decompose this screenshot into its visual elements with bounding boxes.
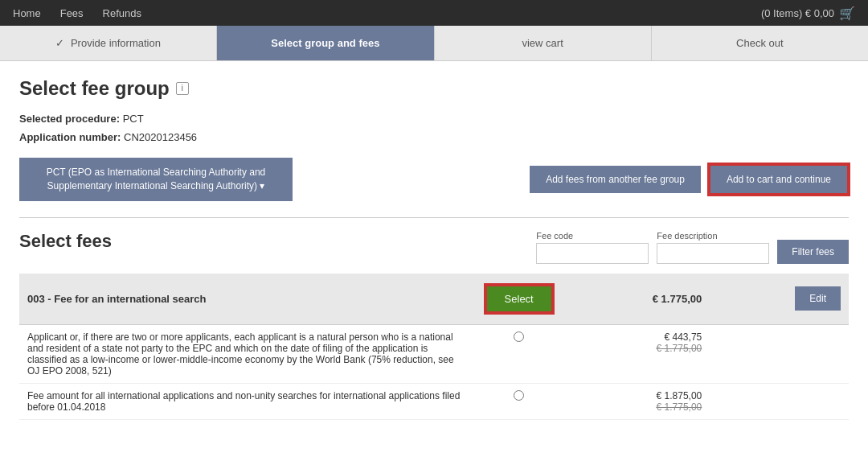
sub-fee-2-radio-cell bbox=[476, 383, 563, 419]
sub-fee-1-price: € 443,75 € 1.775,00 bbox=[563, 324, 710, 383]
fee-code-input[interactable] bbox=[536, 243, 649, 264]
top-nav: Home Fees Refunds (0 Items) € 0,00 🛒 bbox=[0, 0, 868, 26]
fee-code-group: Fee code bbox=[536, 231, 649, 264]
nav-refunds[interactable]: Refunds bbox=[103, 7, 141, 19]
nav-fees[interactable]: Fees bbox=[60, 7, 84, 19]
cart-icon[interactable]: 🛒 bbox=[839, 6, 855, 21]
nav-links: Home Fees Refunds bbox=[13, 7, 141, 19]
main-content: Select fee group i Selected procedure: P… bbox=[0, 61, 868, 436]
page-title-area: Select fee group i bbox=[19, 77, 849, 100]
select-fees-title: Select fees bbox=[19, 231, 112, 252]
sub-fee-row-2: Fee amount for all international applica… bbox=[19, 383, 849, 419]
check-icon: ✓ bbox=[55, 37, 64, 49]
select-fees-header: Select fees Fee code Fee description Fil… bbox=[19, 231, 849, 264]
cart-info: (0 Items) € 0,00 bbox=[761, 7, 834, 19]
step-check-out-label: Check out bbox=[736, 37, 784, 49]
pct-button[interactable]: PCT (EPO as International Searching Auth… bbox=[19, 158, 293, 201]
add-cart-button[interactable]: Add to cart and continue bbox=[709, 164, 849, 195]
fee-003-title: 003 - Fee for an international search bbox=[19, 274, 476, 325]
procedure-label: Selected procedure: bbox=[19, 113, 120, 125]
step-select-group-fees[interactable]: Select group and fees bbox=[217, 26, 434, 60]
application-row: Application number: CN2020123456 bbox=[19, 131, 849, 143]
sub-fee-1-desc: Applicant or, if there are two or more a… bbox=[19, 324, 476, 383]
step-select-group-fees-label: Select group and fees bbox=[271, 37, 379, 49]
edit-button[interactable]: Edit bbox=[795, 286, 841, 311]
fee-003-price: € 1.775,00 bbox=[563, 274, 710, 325]
fee-group-bar: PCT (EPO as International Searching Auth… bbox=[19, 158, 849, 201]
step-view-cart[interactable]: view cart bbox=[435, 26, 652, 60]
sub-fee-1-price-main: € 443,75 bbox=[571, 331, 702, 343]
application-value: CN2020123456 bbox=[124, 131, 197, 143]
fee-003-select-cell: Select bbox=[476, 274, 563, 325]
fee-row-003: 003 - Fee for an international search Se… bbox=[19, 274, 849, 325]
filter-fees-button[interactable]: Filter fees bbox=[777, 240, 849, 264]
page-info-icon[interactable]: i bbox=[176, 82, 189, 95]
fee-003-edit-cell: Edit bbox=[710, 274, 849, 325]
procedure-value: PCT bbox=[123, 113, 144, 125]
cart-summary: (0 Items) € 0,00 🛒 bbox=[761, 6, 855, 21]
sub-fee-2-price: € 1.875,00 € 1.775,00 bbox=[563, 383, 710, 419]
step-check-out[interactable]: Check out bbox=[652, 26, 868, 60]
fee-description-group: Fee description bbox=[657, 231, 769, 264]
select-button[interactable]: Select bbox=[487, 286, 551, 311]
page-title: Select fee group bbox=[19, 77, 170, 100]
sub-fee-2-desc: Fee amount for all international applica… bbox=[19, 383, 476, 419]
select-button-wrapper: Select bbox=[484, 283, 555, 315]
step-provide-info-label: Provide information bbox=[71, 37, 161, 49]
fee-description-label: Fee description bbox=[657, 231, 769, 241]
sub-fee-2-price-original: € 1.775,00 bbox=[571, 401, 702, 413]
steps-bar: ✓ Provide information Select group and f… bbox=[0, 26, 868, 61]
sub-fee-1-radio-cell bbox=[476, 324, 563, 383]
sub-fee-2-price-main: € 1.875,00 bbox=[571, 390, 702, 401]
sub-fee-1-price-original: € 1.775,00 bbox=[571, 343, 702, 354]
sub-fee-1-radio[interactable] bbox=[514, 331, 524, 342]
fee-description-input[interactable] bbox=[657, 243, 769, 264]
procedure-row: Selected procedure: PCT bbox=[19, 113, 849, 125]
step-provide-info[interactable]: ✓ Provide information bbox=[0, 26, 217, 60]
sub-fee-2-radio[interactable] bbox=[514, 390, 524, 401]
fee-code-label: Fee code bbox=[536, 231, 649, 241]
filter-row: Fee code Fee description Filter fees bbox=[536, 231, 849, 264]
nav-home[interactable]: Home bbox=[13, 7, 41, 19]
section-divider bbox=[19, 217, 849, 218]
add-fees-button[interactable]: Add fees from another fee group bbox=[530, 166, 701, 193]
fee-table: 003 - Fee for an international search Se… bbox=[19, 274, 849, 420]
application-label: Application number: bbox=[19, 131, 121, 143]
sub-fee-row-1: Applicant or, if there are two or more a… bbox=[19, 324, 849, 383]
step-view-cart-label: view cart bbox=[522, 37, 563, 49]
